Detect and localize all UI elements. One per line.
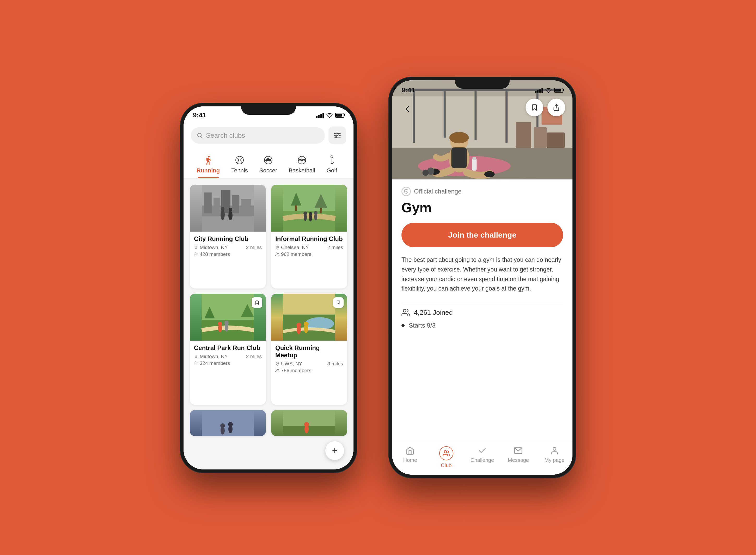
tab-soccer-label: Soccer (259, 167, 277, 174)
club-name-informal: Informal Running Club (275, 235, 343, 243)
divider (401, 303, 563, 303)
svg-rect-96 (472, 158, 477, 171)
badge-icon (401, 187, 411, 196)
club-location-central: Midtown, NY (194, 354, 228, 359)
tab-basketball[interactable]: Basketball (283, 153, 321, 178)
bookmark-button[interactable] (526, 98, 543, 116)
nav-club[interactable]: Club (428, 446, 464, 468)
signal-icon-right (535, 88, 543, 93)
share-button[interactable] (547, 98, 565, 116)
category-tabs: Running Tennis (183, 148, 354, 178)
nav-home[interactable]: Home (392, 446, 428, 468)
club-card-bottom2[interactable] (271, 410, 347, 436)
svg-point-43 (304, 214, 307, 221)
nav-mypage-label: My page (544, 457, 564, 463)
svg-point-55 (225, 323, 228, 332)
bookmark-badge-quick[interactable] (333, 297, 344, 308)
back-button[interactable] (399, 101, 415, 117)
svg-point-108 (553, 447, 556, 450)
svg-point-45 (309, 214, 312, 221)
shield-check-icon (404, 189, 409, 194)
hero-image: 9:41 (392, 80, 573, 179)
challenge-title: Gym (401, 200, 563, 215)
starts-text: Starts 9/3 (409, 322, 436, 329)
svg-point-69 (276, 369, 277, 370)
nav-challenge-label: Challenge (471, 457, 494, 463)
svg-point-78 (305, 425, 309, 433)
svg-point-31 (221, 207, 224, 210)
club-card-quick[interactable]: Quick Running Meetup UWS, NY 3 miles (271, 294, 347, 405)
svg-marker-16 (269, 159, 271, 161)
joined-count: 4,261 Joined (401, 308, 563, 316)
svg-rect-76 (283, 426, 335, 436)
clubs-grid: City Running Club Midtown, NY 2 miles (183, 178, 354, 469)
join-challenge-button[interactable]: Join the challenge (401, 223, 563, 247)
location-icon-central (194, 354, 198, 358)
nav-message[interactable]: Message (500, 446, 536, 468)
club-card-informal[interactable]: Informal Running Club Chelsea, NY 2 mile… (271, 185, 347, 289)
nav-challenge[interactable]: Challenge (464, 446, 500, 468)
svg-point-92 (449, 132, 469, 143)
message-icon (514, 446, 523, 455)
location-icon (194, 246, 198, 250)
bookmark-badge-central[interactable] (252, 297, 262, 308)
svg-rect-98 (516, 122, 531, 148)
svg-point-58 (195, 355, 196, 356)
club-image-bottom2 (271, 410, 347, 436)
filter-button[interactable] (328, 127, 346, 144)
svg-rect-97 (472, 157, 476, 160)
club-card-central[interactable]: Central Park Run Club Midtown, NY 2 mile… (190, 294, 266, 405)
notch-left (241, 103, 296, 115)
club-card-bottom1[interactable] (190, 410, 266, 436)
members-icon-quick (275, 369, 279, 373)
svg-point-48 (277, 247, 278, 247)
svg-point-103 (423, 170, 429, 176)
svg-point-72 (221, 426, 225, 434)
nav-club-label: Club (441, 462, 451, 468)
svg-rect-27 (232, 195, 239, 213)
nav-mypage[interactable]: My page (536, 446, 573, 468)
signal-icon-left (316, 113, 324, 118)
phone-right: 9:41 (389, 77, 576, 478)
tab-golf[interactable]: Golf (321, 153, 343, 178)
svg-point-59 (195, 362, 196, 363)
joined-text: 4,261 Joined (414, 308, 453, 316)
club-name-central: Central Park Run Club (194, 344, 262, 351)
tab-soccer[interactable]: Soccer (254, 153, 283, 178)
svg-marker-15 (265, 159, 267, 161)
club-card-city[interactable]: City Running Club Midtown, NY 2 miles (190, 185, 266, 289)
tab-tennis[interactable]: Tennis (225, 153, 254, 178)
svg-point-47 (314, 213, 317, 220)
location-icon-informal (275, 246, 279, 250)
soccer-icon (263, 155, 273, 165)
screen-right: 9:41 (392, 80, 573, 475)
phone-left: 9:41 (180, 103, 357, 473)
svg-point-67 (304, 324, 308, 333)
home-icon (406, 446, 414, 455)
fab-button[interactable]: + (325, 441, 344, 460)
tab-running[interactable]: Running (191, 153, 225, 178)
challenge-description: The best part about going to a gym is th… (401, 255, 563, 293)
chevron-left-icon (402, 104, 412, 114)
svg-point-12 (236, 156, 243, 164)
svg-rect-83 (413, 91, 415, 143)
wifi-icon-left (326, 112, 332, 118)
svg-point-74 (228, 425, 232, 433)
battery-icon-left (335, 113, 344, 118)
club-location-quick: UWS, NY (275, 361, 302, 367)
challenge-icon (478, 446, 487, 455)
search-placeholder: Search clubs (206, 131, 245, 139)
svg-rect-24 (205, 193, 212, 213)
svg-rect-28 (241, 199, 251, 213)
search-input-wrap[interactable]: Search clubs (191, 127, 325, 144)
svg-point-35 (195, 253, 196, 254)
bottom-nav: Home Club (392, 442, 573, 475)
members-icon-informal (275, 252, 279, 256)
svg-point-79 (548, 92, 549, 93)
club-name-quick: Quick Running Meetup (275, 344, 343, 359)
svg-rect-84 (444, 91, 446, 138)
search-section: Search clubs (183, 121, 354, 148)
nav-home-label: Home (403, 457, 417, 463)
battery-icon-right (554, 88, 563, 93)
club-members-city: 428 members (194, 251, 262, 257)
